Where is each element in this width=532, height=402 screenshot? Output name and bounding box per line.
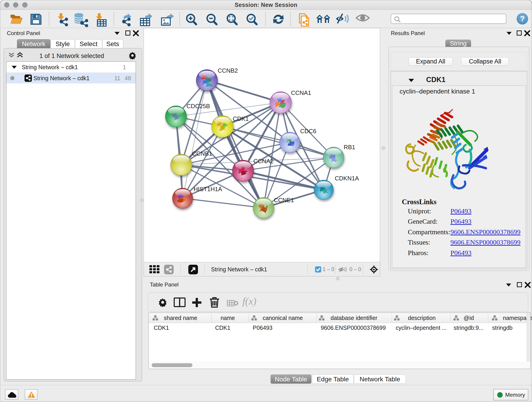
svg-text:CCNB1: CCNB1 xyxy=(192,150,212,157)
svg-text:CCNA1: CCNA1 xyxy=(291,89,311,96)
svg-text:CCNA2: CCNA2 xyxy=(253,158,273,165)
svg-text:CCNB2: CCNB2 xyxy=(218,67,238,74)
svg-text:?: ? xyxy=(520,14,525,23)
svg-text:RB1: RB1 xyxy=(344,144,355,151)
svg-text:CDC6: CDC6 xyxy=(300,128,317,134)
svg-text:CCNE1: CCNE1 xyxy=(274,197,294,204)
svg-text:CDC25B: CDC25B xyxy=(186,103,210,109)
svg-text:HIST1H1A: HIST1H1A xyxy=(194,186,222,192)
svg-text:CDK1: CDK1 xyxy=(233,115,249,122)
svg-text:CDKN1A: CDKN1A xyxy=(335,175,359,182)
